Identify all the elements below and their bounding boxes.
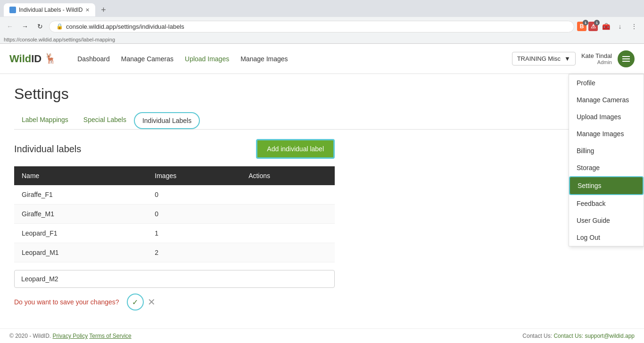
dropdown-feedback[interactable]: Feedback bbox=[569, 195, 644, 212]
dropdown-settings[interactable]: Settings bbox=[569, 176, 644, 195]
browser-toolbar: ← → ↻ 🔒 console.wildid.app/settings/indi… bbox=[0, 17, 644, 36]
edit-input-row bbox=[14, 270, 335, 288]
tab-special-labels[interactable]: Special Labels bbox=[76, 112, 134, 130]
section-title: Individual labels bbox=[14, 144, 81, 155]
cancel-save-button[interactable]: ✕ bbox=[148, 296, 156, 308]
save-prompt-text: Do you want to save your changes? bbox=[14, 298, 119, 306]
svg-text:🦌: 🦌 bbox=[44, 52, 57, 65]
address-bar[interactable]: 🔒 console.wildid.app/settings/individual… bbox=[49, 21, 574, 33]
extensions-button[interactable]: 🧰 bbox=[600, 20, 612, 33]
section-header: Individual labels Add individual label bbox=[14, 139, 335, 159]
alert-icon[interactable]: ⚠ 1 bbox=[588, 22, 598, 31]
row-images: 1 bbox=[147, 224, 241, 243]
downloads-button[interactable]: ↓ bbox=[614, 20, 626, 33]
brave-shield-icon[interactable]: B 1 bbox=[577, 22, 586, 31]
row-images: 2 bbox=[147, 243, 241, 262]
row-name: Leopard_M1 bbox=[14, 243, 147, 262]
logo-wild: Wild bbox=[9, 53, 31, 65]
tab-favicon bbox=[9, 7, 16, 13]
nav-dashboard[interactable]: Dashboard bbox=[77, 53, 110, 65]
browser-actions: B 1 ⚠ 1 🧰 ↓ ⋮ bbox=[577, 20, 640, 33]
row-actions bbox=[241, 204, 335, 224]
row-actions bbox=[241, 224, 335, 243]
dropdown-profile[interactable]: Profile bbox=[569, 74, 644, 91]
user-role: Admin bbox=[581, 59, 612, 65]
label-edit-input[interactable] bbox=[14, 270, 335, 288]
col-name: Name bbox=[14, 166, 147, 185]
dropdown-log-out[interactable]: Log Out bbox=[569, 229, 644, 246]
back-button[interactable]: ← bbox=[4, 20, 16, 33]
row-actions bbox=[241, 243, 335, 262]
nav-manage-images[interactable]: Manage Images bbox=[240, 53, 288, 65]
logo: WildID 🦌 bbox=[9, 51, 58, 66]
new-tab-button[interactable]: + bbox=[97, 4, 109, 16]
tab-close-btn[interactable]: ✕ bbox=[85, 7, 90, 13]
table-header-row: Name Images Actions bbox=[14, 166, 335, 185]
app-header: WildID 🦌 Dashboard Manage Cameras Upload… bbox=[0, 44, 644, 74]
user-info: Kate Tindal Admin bbox=[581, 52, 612, 65]
add-individual-label-button[interactable]: Add individual label bbox=[256, 139, 335, 159]
logo-text: WildID bbox=[9, 53, 41, 65]
tab-title: Individual Labels - WildID bbox=[19, 7, 83, 13]
row-name: Leopard_F1 bbox=[14, 224, 147, 243]
nav-upload-images[interactable]: Upload Images bbox=[185, 53, 229, 65]
browser-tab[interactable]: Individual Labels - WildID ✕ bbox=[4, 3, 95, 16]
main-nav: Dashboard Manage Cameras Upload Images M… bbox=[77, 53, 512, 65]
dropdown-storage[interactable]: Storage bbox=[569, 159, 644, 176]
hamburger-line-3 bbox=[622, 61, 630, 62]
dropdown-user-guide[interactable]: User Guide bbox=[569, 212, 644, 229]
individual-labels-section: Individual labels Add individual label N… bbox=[14, 139, 630, 310]
dropdown-billing[interactable]: Billing bbox=[569, 142, 644, 159]
hamburger-button[interactable] bbox=[618, 50, 635, 67]
table-body: Giraffe_F1 0 Giraffe_M1 0 Leopard_F1 1 L… bbox=[14, 185, 335, 262]
org-name: TRAINING Misc bbox=[517, 55, 561, 62]
confirm-save-button[interactable]: ✓ bbox=[127, 294, 144, 310]
col-images: Images bbox=[147, 166, 241, 185]
table-row: Giraffe_M1 0 bbox=[14, 204, 335, 224]
save-actions: ✓ ✕ bbox=[127, 294, 156, 310]
table-row: Giraffe_F1 0 bbox=[14, 185, 335, 204]
row-name: Giraffe_M1 bbox=[14, 204, 147, 224]
dropdown-menu: Profile Manage Cameras Upload Images Man… bbox=[569, 74, 644, 246]
status-bar: https://console.wildid.app/settings/labe… bbox=[0, 36, 644, 43]
save-prompt: Do you want to save your changes? ✓ ✕ bbox=[14, 294, 630, 310]
dropdown-manage-images[interactable]: Manage Images bbox=[569, 125, 644, 142]
header-right: TRAINING Misc ▼ Kate Tindal Admin bbox=[512, 50, 635, 67]
dropdown-manage-cameras[interactable]: Manage Cameras bbox=[569, 91, 644, 108]
settings-tabs: Label Mappings Special Labels Individual… bbox=[14, 112, 630, 130]
col-actions: Actions bbox=[241, 166, 335, 185]
logo-deer-icon: 🦌 bbox=[43, 51, 58, 66]
alert-badge: 1 bbox=[594, 20, 600, 25]
menu-button[interactable]: ⋮ bbox=[628, 20, 640, 33]
page-title: Settings bbox=[14, 85, 630, 103]
row-name: Giraffe_F1 bbox=[14, 185, 147, 204]
tab-individual-labels[interactable]: Individual Labels bbox=[134, 112, 200, 129]
table-row: Leopard_M1 2 bbox=[14, 243, 335, 262]
logo-id: ID bbox=[31, 53, 41, 65]
nav-manage-cameras[interactable]: Manage Cameras bbox=[121, 53, 173, 65]
status-url: https://console.wildid.app/settings/labe… bbox=[4, 37, 115, 42]
row-images: 0 bbox=[147, 185, 241, 204]
tab-bar: Individual Labels - WildID ✕ + bbox=[0, 0, 644, 17]
browser-chrome: Individual Labels - WildID ✕ + ← → ↻ 🔒 c… bbox=[0, 0, 644, 44]
individual-labels-table: Name Images Actions Giraffe_F1 0 Giraffe… bbox=[14, 166, 335, 262]
shield-badge: 1 bbox=[583, 20, 588, 25]
org-selector[interactable]: TRAINING Misc ▼ bbox=[512, 52, 576, 65]
hamburger-line-2 bbox=[622, 58, 630, 59]
row-images: 0 bbox=[147, 204, 241, 224]
table-row: Leopard_F1 1 bbox=[14, 224, 335, 243]
tab-label-mappings[interactable]: Label Mappings bbox=[14, 112, 76, 130]
dropdown-upload-images[interactable]: Upload Images bbox=[569, 108, 644, 125]
address-text: console.wildid.app/settings/individual-l… bbox=[66, 23, 184, 30]
reload-button[interactable]: ↻ bbox=[34, 20, 46, 33]
page-content: Settings Label Mappings Special Labels I… bbox=[0, 74, 644, 322]
user-name: Kate Tindal bbox=[581, 52, 612, 59]
org-dropdown-icon: ▼ bbox=[564, 55, 570, 62]
forward-button[interactable]: → bbox=[19, 20, 31, 33]
lock-icon: 🔒 bbox=[56, 23, 63, 30]
hamburger-line-1 bbox=[622, 56, 630, 57]
row-actions bbox=[241, 185, 335, 204]
